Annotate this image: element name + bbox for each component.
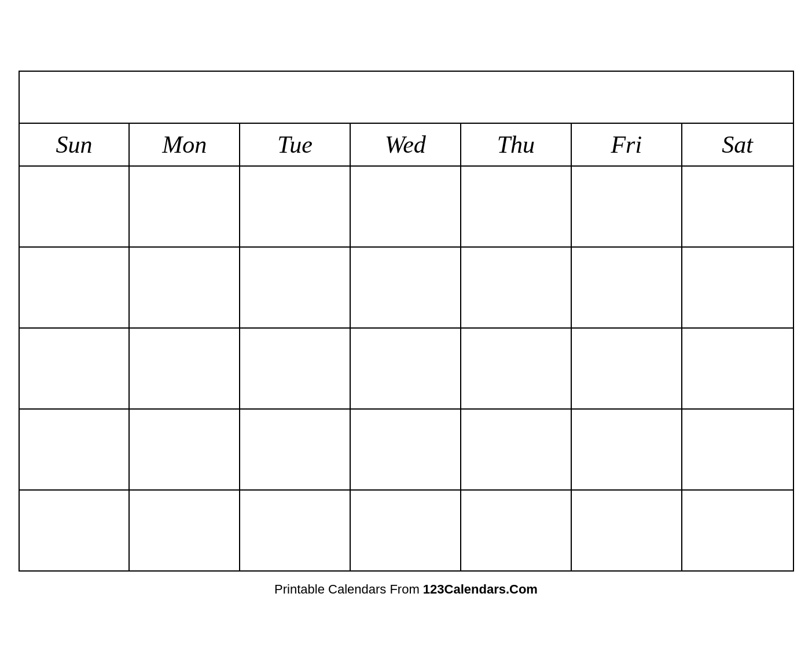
cell-3-3[interactable]	[240, 329, 351, 408]
cell-5-7[interactable]	[682, 491, 793, 570]
cell-1-7[interactable]	[682, 167, 793, 246]
cell-1-4[interactable]	[351, 167, 461, 246]
cell-2-3[interactable]	[240, 248, 351, 327]
cell-4-1[interactable]	[20, 410, 130, 489]
cell-4-4[interactable]	[351, 410, 461, 489]
header-wed: Wed	[351, 124, 461, 165]
cell-3-4[interactable]	[351, 329, 461, 408]
header-tue: Tue	[240, 124, 351, 165]
cell-4-3[interactable]	[240, 410, 351, 489]
calendar-container: Sun Mon Tue Wed Thu Fri Sat	[19, 71, 794, 572]
calendar-title-row	[20, 72, 793, 124]
cell-4-6[interactable]	[572, 410, 682, 489]
calendar-row-4	[20, 410, 793, 491]
cell-5-6[interactable]	[572, 491, 682, 570]
cell-3-7[interactable]	[682, 329, 793, 408]
cell-2-1[interactable]	[20, 248, 130, 327]
calendar-row-2	[20, 248, 793, 329]
cell-1-1[interactable]	[20, 167, 130, 246]
calendar-row-1	[20, 167, 793, 248]
cell-1-2[interactable]	[130, 167, 240, 246]
header-thu: Thu	[461, 124, 572, 165]
cell-5-4[interactable]	[351, 491, 461, 570]
cell-4-2[interactable]	[130, 410, 240, 489]
footer-text-bold: 123Calendars.Com	[423, 582, 538, 596]
header-sat: Sat	[682, 124, 793, 165]
cell-3-6[interactable]	[572, 329, 682, 408]
cell-2-6[interactable]	[572, 248, 682, 327]
cell-5-1[interactable]	[20, 491, 130, 570]
calendar-row-3	[20, 329, 793, 410]
cell-4-7[interactable]	[682, 410, 793, 489]
cell-5-5[interactable]	[461, 491, 572, 570]
footer-text-normal: Printable Calendars From	[274, 582, 423, 596]
cell-1-5[interactable]	[461, 167, 572, 246]
cell-2-4[interactable]	[351, 248, 461, 327]
cell-3-2[interactable]	[130, 329, 240, 408]
header-fri: Fri	[572, 124, 682, 165]
cell-3-5[interactable]	[461, 329, 572, 408]
header-mon: Mon	[130, 124, 240, 165]
cell-5-3[interactable]	[240, 491, 351, 570]
calendar-body	[20, 167, 793, 570]
cell-1-3[interactable]	[240, 167, 351, 246]
footer: Printable Calendars From 123Calendars.Co…	[274, 582, 538, 597]
cell-4-5[interactable]	[461, 410, 572, 489]
cell-2-2[interactable]	[130, 248, 240, 327]
calendar-header-row: Sun Mon Tue Wed Thu Fri Sat	[20, 124, 793, 167]
header-sun: Sun	[20, 124, 130, 165]
calendar-row-5	[20, 491, 793, 570]
page-wrapper: Sun Mon Tue Wed Thu Fri Sat	[0, 0, 812, 667]
cell-1-6[interactable]	[572, 167, 682, 246]
cell-2-5[interactable]	[461, 248, 572, 327]
cell-3-1[interactable]	[20, 329, 130, 408]
cell-2-7[interactable]	[682, 248, 793, 327]
cell-5-2[interactable]	[130, 491, 240, 570]
